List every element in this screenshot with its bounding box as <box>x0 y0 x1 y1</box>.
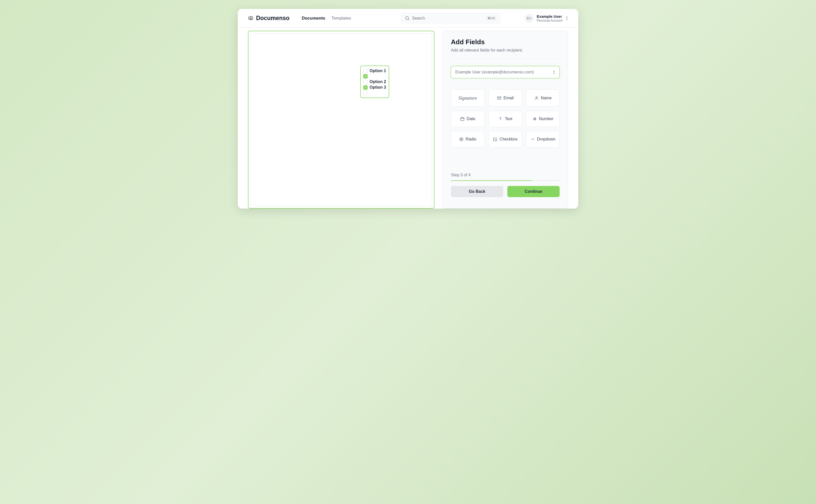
search-shortcut: ⌘+K <box>486 16 496 21</box>
nav: Documents Templates <box>302 16 351 21</box>
button-row: Go Back Continue <box>451 186 560 197</box>
field-label: Radio <box>466 137 476 141</box>
go-back-button[interactable]: Go Back <box>451 186 503 197</box>
checkbox-unchecked-icon <box>363 69 368 73</box>
field-date[interactable]: Date <box>451 111 484 127</box>
chevron-up-down-icon <box>566 17 568 20</box>
sidebar-title: Add Fields <box>451 38 560 46</box>
checkbox-unchecked-icon <box>363 80 368 84</box>
search-bar[interactable]: ⌘+K <box>401 13 500 23</box>
field-label: Checkbox <box>499 137 517 141</box>
checkbox-unchecked-icon <box>363 91 368 95</box>
nav-templates[interactable]: Templates <box>331 16 351 21</box>
svg-rect-5 <box>461 118 464 121</box>
user-menu[interactable]: EU Example User Personal Account <box>525 14 568 23</box>
sidebar: Add Fields Add all relevant fields for e… <box>443 31 568 209</box>
checkbox-field-widget[interactable]: Option 1 Option 2 <box>360 66 389 98</box>
document-page: Option 1 Option 2 <box>250 33 432 206</box>
user-account: Personal Account <box>537 19 562 22</box>
svg-line-11 <box>534 117 535 121</box>
recipient-select[interactable]: Example User (example@documenso.com) <box>451 66 560 78</box>
logo-icon <box>248 15 254 21</box>
option-label: Option 1 <box>370 69 386 73</box>
field-label: Number <box>539 117 554 121</box>
svg-line-2 <box>408 19 409 20</box>
main-content: Option 1 Option 2 <box>238 28 578 209</box>
mail-icon <box>497 96 501 100</box>
checkbox-checked-icon <box>363 74 368 78</box>
divider <box>451 59 560 59</box>
field-signature[interactable]: Signature <box>451 89 484 107</box>
chevron-down-icon <box>530 137 535 141</box>
checkbox-option-3[interactable]: Option 3 <box>363 85 386 90</box>
user-icon <box>534 96 539 100</box>
radio-icon <box>459 137 464 141</box>
document-preview[interactable]: Option 1 Option 2 <box>248 31 434 209</box>
text-icon <box>498 117 503 121</box>
progress-fill <box>451 180 532 181</box>
user-name: Example User <box>537 14 562 19</box>
continue-button[interactable]: Continue <box>507 186 560 197</box>
checkbox-option-2[interactable]: Option 2 <box>363 79 386 85</box>
checkbox-icon <box>493 137 497 141</box>
user-info: Example User Personal Account <box>537 14 562 22</box>
search-input[interactable] <box>412 16 483 21</box>
sidebar-subtitle: Add all relevant fields for each recipie… <box>451 48 560 53</box>
search-icon <box>405 16 410 21</box>
app-window: Documenso Documents Templates ⌘+K EU Exa… <box>238 9 578 209</box>
hash-icon <box>532 117 537 121</box>
field-dropdown[interactable]: Dropdown <box>526 131 560 147</box>
option-label: Option 3 <box>370 85 386 90</box>
svg-point-0 <box>250 18 252 19</box>
option-label: Option 2 <box>370 80 386 84</box>
checkbox-checked-icon <box>363 85 368 90</box>
field-label: Name <box>541 96 552 100</box>
field-name[interactable]: Name <box>526 89 560 107</box>
field-email[interactable]: Email <box>489 89 522 107</box>
header: Documenso Documents Templates ⌘+K EU Exa… <box>238 9 578 28</box>
avatar: EU <box>525 14 534 23</box>
signature-label: Signature <box>458 95 477 101</box>
nav-documents[interactable]: Documents <box>302 16 325 21</box>
field-number[interactable]: Number <box>526 111 560 127</box>
checkbox-option-blank-checked[interactable] <box>363 74 386 79</box>
checkbox-option-blank[interactable] <box>363 90 386 96</box>
checkbox-option-1[interactable]: Option 1 <box>363 68 386 74</box>
step-indicator: Step 3 of 4 <box>451 173 560 177</box>
svg-line-12 <box>535 117 536 121</box>
recipient-value: Example User (example@documenso.com) <box>455 70 534 74</box>
svg-point-1 <box>405 17 409 20</box>
calendar-icon <box>460 117 465 121</box>
logo-text: Documenso <box>256 15 290 22</box>
logo[interactable]: Documenso <box>248 15 290 22</box>
field-checkbox[interactable]: Checkbox <box>489 131 522 147</box>
field-radio[interactable]: Radio <box>451 131 484 147</box>
field-label: Dropdown <box>537 137 556 141</box>
svg-point-14 <box>461 139 462 140</box>
svg-point-4 <box>536 97 537 98</box>
field-label: Date <box>467 117 475 121</box>
chevron-up-down-icon <box>553 71 555 74</box>
field-text[interactable]: Text <box>489 111 522 127</box>
field-label: Email <box>504 96 514 100</box>
field-label: Text <box>505 117 512 121</box>
progress-bar <box>451 180 560 181</box>
field-grid: Signature Email Name Date Text <box>451 89 560 147</box>
